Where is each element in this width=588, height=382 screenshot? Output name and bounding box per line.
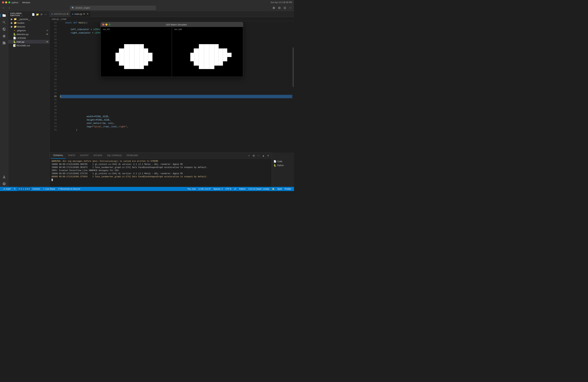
close-button[interactable] [2,1,4,3]
tree-item-readme[interactable]: 📝 README.md [8,44,49,47]
more-actions-button[interactable]: ⋯ [44,13,47,16]
led-min-button[interactable] [105,23,107,26]
tree-item-main[interactable]: 🐍 main.py M [8,40,49,44]
right-panel-code[interactable]: 📄 Code [272,159,294,163]
terminal-cursor [52,179,53,181]
panel-tab-gitlens[interactable]: GITLENS [91,153,104,159]
led-max-button[interactable] [108,23,110,26]
scrollbar-thumb[interactable] [293,47,294,87]
maximize-panel-button[interactable]: ▲ [261,153,265,158]
activity-search[interactable] [1,19,7,25]
panel-tab-ports[interactable]: PORTS [66,153,77,159]
language-item[interactable]: Python [238,187,247,191]
panel-tab-problems[interactable]: PROBLEMS [125,153,140,159]
tree-item-models[interactable]: ▶ 📁 models [8,21,49,25]
tab-close-button[interactable]: ✕ [86,13,89,15]
back-button[interactable]: ← [1,5,6,10]
panel-tab-sql[interactable]: SQL CONSOLE [105,153,124,159]
svg-rect-15 [140,53,144,57]
svg-rect-38 [209,44,214,48]
position-item[interactable]: Ln 85, Col 37 [197,187,212,191]
vertical-scrollbar[interactable] [292,21,294,153]
svg-rect-41 [199,48,204,53]
menu-window[interactable]: Window [21,1,31,4]
split-terminal-button[interactable]: ⊞ [252,153,256,158]
notifications-item[interactable]: 🔔 [271,187,276,191]
activity-git[interactable] [1,26,7,32]
activity-debug[interactable] [1,33,7,39]
bottom-area: TERMINAL PORTS OUTPUT GITLENS SQL CONSOL… [49,153,294,187]
tree-item-gitignore[interactable]: 🔸 .gitignore U [8,29,49,32]
minimize-button[interactable] [5,1,7,3]
maximize-button[interactable] [8,1,10,3]
spell-item[interactable]: Spell [276,187,283,191]
activity-bar [0,11,8,187]
new-file-button[interactable]: 📄 [31,13,35,16]
search-bar[interactable]: 🔍 emotion_engine [70,6,156,10]
git-branch-item[interactable]: ⎇ main* [1,187,13,191]
tree-item-pycache[interactable]: ▶ 📁 __pycache__ [8,17,49,21]
tree-item-label: detection.py [17,33,46,36]
code-line [60,78,292,82]
connect-item[interactable]: Connect [31,187,42,191]
title-bar-time: Sun Apr 14 2:30:36 PM [271,1,292,4]
svg-rect-3 [140,44,144,48]
reconnect-label: Reconnect to Discord [60,188,80,190]
tab-main[interactable]: ● main.py M ✕ [70,11,91,17]
terminal-more-button[interactable]: ⋯ [256,153,261,158]
code-line [60,92,292,95]
close-panel-button[interactable]: ✕ [266,153,270,158]
new-folder-button[interactable]: 📁 [36,13,39,16]
code-line [60,88,292,92]
layout-btn-2[interactable]: ⊟ [277,5,282,10]
tree-item-textures[interactable]: ▶ 📁 textures [8,25,49,29]
svg-rect-60 [209,57,214,61]
line-ending-item[interactable]: LF [233,187,238,191]
errors-item[interactable]: ✕ 0 ⚠ 0 ℹ 0 [17,187,31,191]
toolbar: ← → 🔍 emotion_engine ⊞ ⊟ ⊡ ⋯ [0,5,294,11]
svg-rect-21 [129,57,134,61]
right-panel-python[interactable]: 🐍 Python [272,163,294,167]
led-close-button[interactable] [102,23,104,26]
file-icon: 🔸 [13,29,16,32]
panel-tab-terminal[interactable]: TERMINAL [51,153,65,159]
svg-rect-64 [194,61,199,66]
terminal-line: I0000 00:00:1713119389.300785 1 gl_conte… [52,163,270,166]
main-area: EXPLORER: EMOTION_... 📄 📁 ↺ ⋯ ▶ 📁 __pyca… [0,11,294,187]
chevron-right-icon: ▶ [10,18,13,20]
panel-tabs: TERMINAL PORTS OUTPUT GITLENS SQL CONSOL… [49,153,272,159]
info-count: 0 [29,188,30,190]
layout-btn-3[interactable]: ⊡ [282,5,287,10]
sync-item[interactable]: ↻ [13,187,17,191]
encoding-item[interactable]: UTF-8 [224,187,233,191]
more-btn[interactable]: ⋯ [288,5,293,10]
prettier-item[interactable]: Prettier [283,187,293,191]
activity-accounts[interactable] [1,174,7,180]
activity-settings[interactable] [1,181,7,187]
activity-extensions[interactable] [1,40,7,46]
terminal-content[interactable]: WARNING: All log messages before absl::I… [49,159,272,187]
panel-tab-output[interactable]: OUTPUT [78,153,91,159]
app-name: python [12,1,18,4]
line-ending-label: LF [234,188,236,190]
svg-rect-67 [209,61,214,66]
led-simulator-window[interactable]: LED Matrix Simulator eye_left [100,22,243,77]
forward-button[interactable]: → [7,5,12,10]
tree-item-license[interactable]: 📄 LICENSE [8,36,49,40]
activity-explorer[interactable] [1,12,7,19]
refresh-button[interactable]: ↺ [40,13,43,16]
cursor-item[interactable]: You, now [186,187,197,191]
layout-btn-1[interactable]: ⊞ [271,5,276,10]
new-terminal-button[interactable]: + [247,153,251,158]
reconnect-item[interactable]: ↺ Reconnect to Discord [57,187,82,191]
python-icon: 🐍 [13,40,16,43]
spaces-item[interactable]: Spaces: 4 [212,187,224,191]
svg-rect-47 [190,53,194,57]
toolbar-right: ⊞ ⊟ ⊡ ⋯ [271,5,293,10]
tree-item-detection[interactable]: 🐍 detection.py M [8,32,49,36]
python-version-item[interactable]: 3.10.13 ('base': conda) [247,187,271,191]
live-share-item[interactable]: ↗ Live Share [42,187,56,191]
tab-detection[interactable]: ● detection.py M [49,11,70,17]
code-icon: 📄 [273,160,276,163]
tab-label: main.py [74,13,82,15]
